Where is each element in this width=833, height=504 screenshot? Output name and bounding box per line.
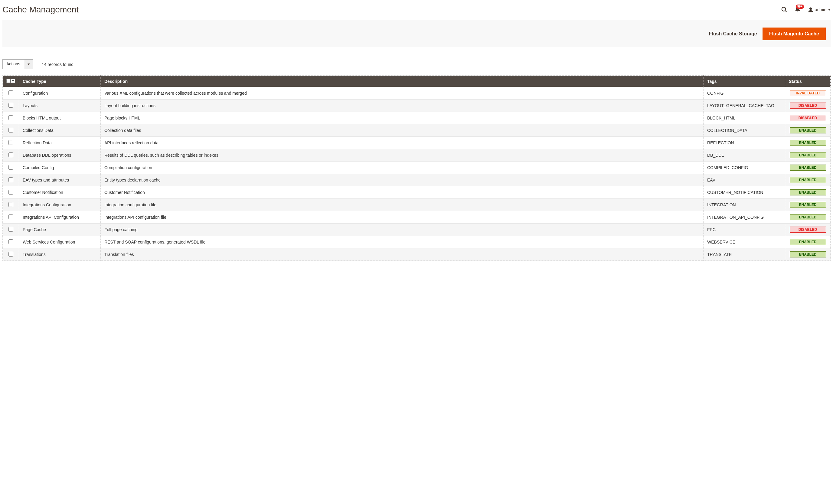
cache-type-cell: Translations xyxy=(19,248,101,261)
mass-actions-label: Actions xyxy=(3,59,24,69)
mass-actions-toggle[interactable] xyxy=(24,59,33,69)
cache-type-cell: Customer Notification xyxy=(19,186,101,199)
column-header-status[interactable]: Status xyxy=(785,76,831,87)
cache-type-cell: Blocks HTML output xyxy=(19,112,101,124)
table-row: EAV types and attributesEntity types dec… xyxy=(3,174,831,186)
status-badge: INVALIDATED xyxy=(790,90,826,96)
tags-cell: CONFIG xyxy=(704,87,785,99)
row-select-cell xyxy=(3,186,19,199)
tags-cell: FPC xyxy=(704,223,785,236)
row-select-cell xyxy=(3,199,19,211)
table-row: LayoutsLayout building instructionsLAYOU… xyxy=(3,99,831,112)
row-checkbox[interactable] xyxy=(8,103,13,108)
row-select-cell xyxy=(3,87,19,99)
tags-cell: DB_DDL xyxy=(704,149,785,162)
description-cell: Customer Notification xyxy=(101,186,704,199)
status-badge: ENABLED xyxy=(790,214,826,220)
cache-type-cell: Integrations Configuration xyxy=(19,199,101,211)
row-checkbox[interactable] xyxy=(8,215,13,219)
tags-cell: INTEGRATION xyxy=(704,199,785,211)
cache-type-cell: EAV types and attributes xyxy=(19,174,101,186)
table-row: Blocks HTML outputPage blocks HTMLBLOCK_… xyxy=(3,112,831,124)
cache-type-cell: Web Services Configuration xyxy=(19,236,101,248)
grid-controls: Actions 14 records found xyxy=(2,59,831,69)
description-cell: Collection data files xyxy=(101,124,704,137)
status-badge: ENABLED xyxy=(790,140,826,146)
table-row: Database DDL operationsResults of DDL qu… xyxy=(3,149,831,162)
row-checkbox[interactable] xyxy=(8,91,13,95)
tags-cell: EAV xyxy=(704,174,785,186)
status-badge: DISABLED xyxy=(790,226,826,233)
row-checkbox[interactable] xyxy=(8,227,13,232)
table-row: ConfigurationVarious XML configurations … xyxy=(3,87,831,99)
header-actions: 99+ admin xyxy=(781,6,831,13)
description-cell: Full page caching xyxy=(101,223,704,236)
row-checkbox[interactable] xyxy=(8,152,13,157)
description-cell: Integration configuration file xyxy=(101,199,704,211)
table-row: Integrations API ConfigurationIntegratio… xyxy=(3,211,831,223)
table-row: Page CacheFull page cachingFPCDISABLED xyxy=(3,223,831,236)
cache-type-cell: Collections Data xyxy=(19,124,101,137)
select-all-checkbox[interactable] xyxy=(6,79,10,83)
row-select-cell xyxy=(3,137,19,149)
tags-cell: CUSTOMER_NOTIFICATION xyxy=(704,186,785,199)
status-badge: DISABLED xyxy=(790,115,826,121)
column-header-tags[interactable]: Tags xyxy=(704,76,785,87)
svg-line-1 xyxy=(785,10,787,12)
cache-type-cell: Configuration xyxy=(19,87,101,99)
svg-point-2 xyxy=(809,7,812,10)
notifications-icon[interactable]: 99+ xyxy=(794,6,801,13)
status-cell: ENABLED xyxy=(785,149,831,162)
description-cell: Integrations API configuration file xyxy=(101,211,704,223)
row-checkbox[interactable] xyxy=(8,252,13,257)
cache-type-cell: Database DDL operations xyxy=(19,149,101,162)
cache-type-cell: Integrations API Configuration xyxy=(19,211,101,223)
status-cell: ENABLED xyxy=(785,248,831,261)
row-checkbox[interactable] xyxy=(8,177,13,182)
row-checkbox[interactable] xyxy=(8,190,13,194)
row-select-cell xyxy=(3,124,19,137)
tags-cell: LAYOUT_GENERAL_CACHE_TAG xyxy=(704,99,785,112)
row-checkbox[interactable] xyxy=(8,202,13,207)
row-select-cell xyxy=(3,174,19,186)
notification-badge: 99+ xyxy=(796,4,804,9)
table-row: Reflection DataAPI interfaces reflection… xyxy=(3,137,831,149)
chevron-down-icon xyxy=(828,9,831,10)
tags-cell: BLOCK_HTML xyxy=(704,112,785,124)
grid-header-row: Cache Type Description Tags Status xyxy=(3,76,831,87)
flush-magento-cache-button[interactable]: Flush Magento Cache xyxy=(763,27,826,40)
row-select-cell xyxy=(3,236,19,248)
mass-actions-dropdown[interactable]: Actions xyxy=(2,59,33,69)
status-cell: ENABLED xyxy=(785,174,831,186)
search-icon[interactable] xyxy=(781,6,788,13)
table-row: Collections DataCollection data filesCOL… xyxy=(3,124,831,137)
table-row: TranslationsTranslation filesTRANSLATEEN… xyxy=(3,248,831,261)
user-menu[interactable]: admin xyxy=(808,7,831,13)
flush-cache-storage-button[interactable]: Flush Cache Storage xyxy=(709,31,757,37)
row-checkbox[interactable] xyxy=(8,165,13,170)
description-cell: Translation files xyxy=(101,248,704,261)
row-checkbox[interactable] xyxy=(8,115,13,120)
description-cell: API interfaces reflection data xyxy=(101,137,704,149)
status-cell: DISABLED xyxy=(785,112,831,124)
status-cell: DISABLED xyxy=(785,99,831,112)
table-row: Compiled ConfigCompilation configuration… xyxy=(3,162,831,174)
select-all-dropdown[interactable] xyxy=(11,79,15,83)
description-cell: REST and SOAP configurations, generated … xyxy=(101,236,704,248)
column-header-select xyxy=(3,76,19,87)
cache-type-cell: Layouts xyxy=(19,99,101,112)
status-cell: ENABLED xyxy=(785,236,831,248)
cache-type-cell: Page Cache xyxy=(19,223,101,236)
tags-cell: REFLECTION xyxy=(704,137,785,149)
status-cell: ENABLED xyxy=(785,137,831,149)
column-header-cache-type[interactable]: Cache Type xyxy=(19,76,101,87)
row-select-cell xyxy=(3,248,19,261)
column-header-description[interactable]: Description xyxy=(101,76,704,87)
status-cell: ENABLED xyxy=(785,211,831,223)
description-cell: Results of DDL queries, such as describi… xyxy=(101,149,704,162)
description-cell: Compilation configuration xyxy=(101,162,704,174)
row-checkbox[interactable] xyxy=(8,128,13,133)
row-checkbox[interactable] xyxy=(8,140,13,145)
tags-cell: COMPILED_CONFIG xyxy=(704,162,785,174)
row-checkbox[interactable] xyxy=(8,239,13,244)
